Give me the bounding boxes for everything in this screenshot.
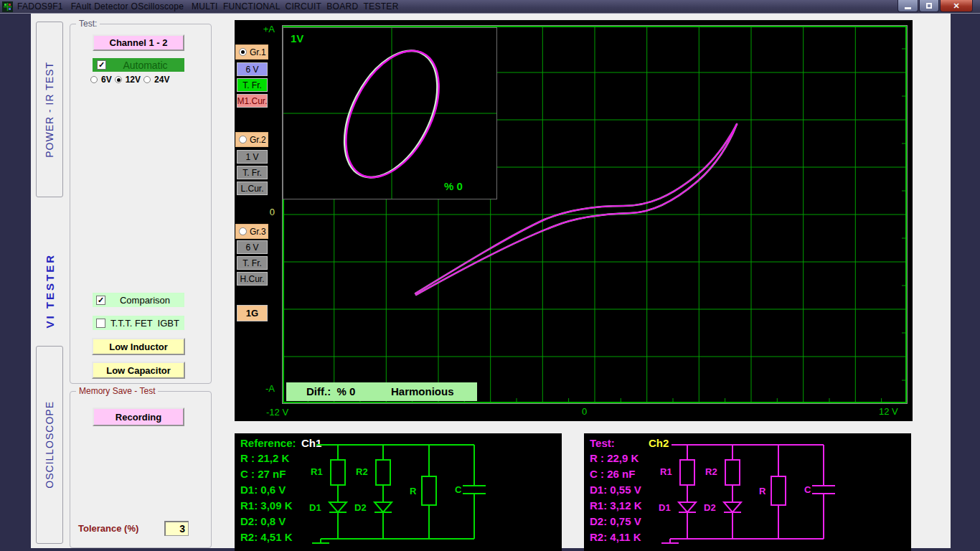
ref-r-label: R bbox=[410, 486, 416, 496]
automatic-checkbox[interactable]: ✓ bbox=[97, 60, 106, 70]
tab-power-ir-test-label: POWER - IR TEST bbox=[44, 62, 55, 158]
test-r1-label: R1 bbox=[660, 466, 672, 477]
ttt-fet-igbt-checkbox[interactable] bbox=[96, 319, 105, 328]
minimize-button[interactable] bbox=[897, 0, 918, 12]
recording-label: Recording bbox=[116, 412, 161, 423]
gr1-volt-button[interactable]: 6 V bbox=[237, 62, 268, 76]
test-d2-label: D2 bbox=[704, 502, 716, 513]
gr3-radio-row[interactable]: Gr.3 bbox=[235, 224, 268, 239]
tab-vi-tester-label: VI TESTER bbox=[44, 253, 56, 329]
gr2-volt-button[interactable]: 1 V bbox=[237, 150, 268, 164]
result-value: Harmonious bbox=[391, 385, 454, 397]
gr1-current-button[interactable]: M1.Cur. bbox=[237, 94, 268, 108]
minimize-icon bbox=[905, 7, 911, 9]
window-title: FADOS9F1 FAult Detector OScilloscope MUL… bbox=[17, 1, 399, 11]
ttt-fet-igbt-checkbox-row[interactable]: T.T.T. FET IGBT bbox=[93, 316, 184, 330]
radio-12v-label: 12V bbox=[126, 75, 141, 85]
reference-circuit-diagram bbox=[235, 433, 562, 551]
radio-6v-label: 6V bbox=[101, 75, 112, 85]
test-group-label: Test: bbox=[76, 19, 100, 29]
tolerance-input[interactable]: 3 bbox=[164, 521, 189, 536]
gr1-volt-label: 6 V bbox=[245, 65, 258, 75]
diff-value: Diff.: % 0 bbox=[306, 385, 355, 397]
test-c-label: C bbox=[804, 484, 811, 495]
restore-button[interactable] bbox=[919, 0, 939, 12]
x-axis-zero-label: 0 bbox=[582, 406, 587, 417]
inset-graph bbox=[283, 28, 496, 199]
ttt-fet-igbt-label: T.T.T. FET IGBT bbox=[105, 318, 184, 329]
gr2-radio-row[interactable]: Gr.2 bbox=[235, 132, 268, 147]
radio-6v[interactable] bbox=[90, 76, 98, 83]
ref-r1-label: R1 bbox=[311, 466, 323, 477]
memory-save-group: Memory Save - Test Recording Tolerance (… bbox=[70, 391, 212, 548]
radio-24v-label: 24V bbox=[154, 75, 169, 85]
close-icon: ✕ bbox=[953, 1, 959, 11]
tab-vi-tester[interactable]: VI TESTER bbox=[36, 237, 63, 344]
gain-1g-button[interactable]: 1G bbox=[237, 305, 268, 321]
comparison-label: Comparison bbox=[105, 295, 184, 306]
gr3-volt-button[interactable]: 6 V bbox=[237, 240, 268, 254]
app-icon bbox=[2, 1, 13, 12]
x-axis-right-label: 12 V bbox=[879, 406, 898, 417]
test-d1-label: D1 bbox=[659, 502, 671, 513]
comparison-checkbox[interactable]: ✓ bbox=[96, 296, 105, 305]
gr1-label: Gr.1 bbox=[250, 47, 266, 57]
gr2-label: Gr.2 bbox=[250, 135, 266, 145]
radio-12v[interactable] bbox=[115, 76, 122, 83]
gr3-tfr-button[interactable]: T. Fr. bbox=[237, 256, 268, 270]
gr2-current-button[interactable]: L.Cur. bbox=[237, 182, 268, 195]
automatic-checkbox-row[interactable]: ✓ Automatic bbox=[93, 58, 184, 72]
comparison-checkbox-row[interactable]: ✓ Comparison bbox=[93, 293, 184, 307]
voltage-radio-row: 6V 12V 24V bbox=[90, 75, 198, 85]
gr3-tfr-label: T. Fr. bbox=[242, 258, 262, 268]
tab-power-ir-test[interactable]: POWER - IR TEST bbox=[36, 22, 63, 197]
gr1-tfr-label: T. Fr. bbox=[242, 80, 262, 90]
low-capacitor-button[interactable]: Low Capacitor bbox=[92, 362, 185, 379]
gr1-current-label: M1.Cur. bbox=[237, 96, 268, 106]
low-inductor-button[interactable]: Low Inductor bbox=[92, 338, 185, 355]
gr1-tfr-button[interactable]: T. Fr. bbox=[237, 78, 268, 92]
memory-save-group-label: Memory Save - Test bbox=[76, 386, 158, 396]
radio-24v[interactable] bbox=[143, 76, 151, 83]
gr2-tfr-button[interactable]: T. Fr. bbox=[237, 166, 268, 179]
x-axis-left-label: -12 V bbox=[266, 407, 288, 418]
check-icon: ✓ bbox=[98, 61, 105, 69]
gr1-radio[interactable] bbox=[239, 48, 247, 56]
test-panel: Test: Ch2 R : 22,9 K C : 26 nF D1: 0,55 … bbox=[584, 433, 911, 551]
ref-d2-label: D2 bbox=[354, 502, 367, 513]
test-circuit-diagram bbox=[584, 433, 911, 551]
inset-diff-label: % 0 bbox=[444, 180, 463, 192]
y-axis-zero-label: 0 bbox=[249, 207, 275, 217]
close-button[interactable]: ✕ bbox=[940, 0, 973, 12]
scope-display: +A 0 -A -12 V 0 12 V Gr.1 6 V T. Fr. M1.… bbox=[235, 20, 913, 421]
gr2-volt-label: 1 V bbox=[245, 152, 258, 162]
gr2-tfr-label: T. Fr. bbox=[242, 168, 262, 178]
gain-1g-label: 1G bbox=[246, 308, 258, 319]
test-group: Test: Channel 1 - 2 ✓ Automatic 6V 12V 2… bbox=[70, 24, 212, 384]
right-frame-strip bbox=[951, 14, 980, 551]
test-r2-label: R2 bbox=[705, 466, 717, 477]
gr3-current-button[interactable]: H.Cur. bbox=[237, 272, 268, 286]
left-frame-strip bbox=[0, 14, 31, 551]
gr3-radio[interactable] bbox=[239, 227, 247, 235]
low-inductor-label: Low Inductor bbox=[109, 342, 168, 352]
inset-scale-label: 1V bbox=[291, 32, 303, 44]
application-window: FADOS9F1 FAult Detector OScilloscope MUL… bbox=[0, 0, 980, 551]
title-bar: FADOS9F1 FAult Detector OScilloscope MUL… bbox=[0, 0, 980, 14]
restore-icon bbox=[926, 3, 932, 9]
ref-c-label: C bbox=[455, 484, 461, 495]
gr1-radio-row[interactable]: Gr.1 bbox=[235, 44, 268, 60]
diff-status-bar: Diff.: % 0 Harmonious bbox=[286, 382, 477, 401]
tolerance-label: Tolerance (%) bbox=[78, 523, 138, 534]
tab-oscilloscope-label: OSCILLOSCOPE bbox=[44, 401, 55, 489]
gr2-radio[interactable] bbox=[239, 136, 247, 143]
automatic-label: Automatic bbox=[106, 60, 184, 71]
tab-oscilloscope[interactable]: OSCILLOSCOPE bbox=[36, 346, 63, 544]
scope-inset: 1V % 0 bbox=[283, 27, 497, 199]
ref-d1-label: D1 bbox=[309, 502, 321, 513]
reference-panel: Reference: Ch1 R : 21,2 K C : 27 nF D1: … bbox=[235, 433, 562, 551]
channel-1-2-button[interactable]: Channel 1 - 2 bbox=[93, 34, 184, 51]
gr3-volt-label: 6 V bbox=[245, 242, 258, 253]
y-axis-top-label: +A bbox=[249, 24, 275, 34]
recording-button[interactable]: Recording bbox=[93, 408, 184, 426]
